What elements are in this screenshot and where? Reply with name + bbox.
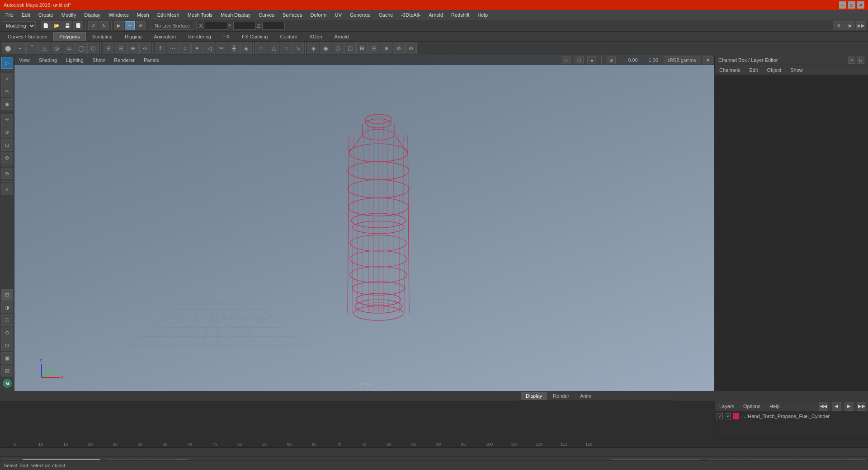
extrude-icon-btn[interactable]: ⇑ <box>155 42 166 54</box>
show-manipulator-btn[interactable]: ⊕ <box>1 168 13 179</box>
tab-rendering[interactable]: Rendering <box>182 32 217 41</box>
menu-curves[interactable]: Curves <box>255 11 278 19</box>
wedge-icon-btn[interactable]: ◁ <box>203 42 215 54</box>
menu-deform[interactable]: Deform <box>307 11 330 19</box>
show-menu[interactable]: Show <box>90 57 108 63</box>
menu-3dto-all[interactable]: -3DtoAll- <box>397 11 424 19</box>
sphere-icon-btn[interactable]: ⬤ <box>2 42 14 54</box>
layer-visibility[interactable]: V <box>717 413 723 419</box>
tab-curves-surfaces[interactable]: Curves / Surfaces <box>2 32 53 41</box>
layers-tab[interactable]: Layers <box>717 403 737 410</box>
help-tab[interactable]: Help <box>767 403 783 410</box>
tab-xgen[interactable]: XGen <box>303 32 328 41</box>
renderer-menu[interactable]: Renderer <box>111 57 137 63</box>
redo-button[interactable]: ↻ <box>99 21 109 30</box>
menu-redshift[interactable]: Redshift <box>448 11 473 19</box>
select-tool-left-btn[interactable]: ▷ <box>1 57 13 69</box>
menu-mesh[interactable]: Mesh <box>133 11 153 19</box>
channel-box-close-btn[interactable]: ✕ <box>848 56 855 64</box>
vp-select-btn[interactable]: ▷ <box>562 56 571 64</box>
menu-mesh-tools[interactable]: Mesh Tools <box>184 11 216 19</box>
render-button[interactable]: ▶ <box>845 21 855 30</box>
menu-generate[interactable]: Generate <box>346 11 374 19</box>
anim-tab[interactable]: Anim <box>575 392 596 400</box>
show-tab[interactable]: Show <box>788 66 806 74</box>
display-tab[interactable]: Display <box>521 392 547 400</box>
menu-windows[interactable]: Windows <box>105 11 132 19</box>
tab-fx-caching[interactable]: FX Caching <box>236 32 274 41</box>
menu-mesh-display[interactable]: Mesh Display <box>217 11 254 19</box>
multi-cut-icon-btn[interactable]: ✂ <box>216 42 227 54</box>
tab-sculpting[interactable]: Sculpting <box>86 32 118 41</box>
menu-edit-mesh[interactable]: Edit Mesh <box>154 11 183 19</box>
cone-icon-btn[interactable]: △ <box>38 42 50 54</box>
x-field[interactable] <box>205 22 227 30</box>
menu-display[interactable]: Display <box>80 11 104 19</box>
xray-icon-btn[interactable]: ◑ <box>1 301 13 313</box>
panels-menu[interactable]: Panels <box>141 57 162 63</box>
boolean-icon-btn[interactable]: ⊕ <box>127 42 139 54</box>
torus-icon-btn[interactable]: ◎ <box>51 42 62 54</box>
rotate-tool-left-btn[interactable]: ↺ <box>1 127 13 138</box>
edit-tab[interactable]: Edit <box>746 66 760 74</box>
render-tab[interactable]: Render <box>548 392 574 400</box>
select-constraint-6-btn[interactable]: ⊟ <box>368 42 380 54</box>
object-tab[interactable]: Object <box>764 66 784 74</box>
layer-prev2-btn[interactable]: ◀ <box>832 402 841 411</box>
smooth-icon-btn[interactable]: ≈ <box>255 42 267 54</box>
vp-grid-btn[interactable]: ⊞ <box>607 56 616 64</box>
minimize-button[interactable]: ─ <box>839 1 846 9</box>
reduce-icon-btn[interactable]: ↘ <box>292 42 304 54</box>
new-scene-button[interactable]: 📄 <box>41 21 51 30</box>
channels-tab[interactable]: Channels <box>717 66 743 74</box>
maya-logo-btn[interactable]: M <box>1 377 13 389</box>
select-constraint-5-btn[interactable]: ⊞ <box>356 42 368 54</box>
tab-fx[interactable]: FX <box>217 32 236 41</box>
lighting-menu[interactable]: Lighting <box>63 57 86 63</box>
gamma-dropdown-btn[interactable]: sRGB gamma <box>664 56 700 64</box>
open-scene-button[interactable]: 📂 <box>52 21 61 30</box>
safe-areas-btn[interactable]: ▣ <box>1 352 13 364</box>
wireframe-btn[interactable]: ⬡ <box>1 314 13 326</box>
triangulate-icon-btn[interactable]: △ <box>268 42 279 54</box>
undo-button[interactable]: ↺ <box>88 21 98 30</box>
lasso-select-btn[interactable]: ⌖ <box>1 73 13 85</box>
quick-layout-btn[interactable]: ⊞ <box>1 289 13 301</box>
tab-animation[interactable]: Animation <box>148 32 182 41</box>
viewport-panel[interactable]: View Shading Lighting Show Renderer Pane… <box>14 55 714 391</box>
paint-select-btn[interactable]: ✏ <box>1 85 13 97</box>
select-constraint-3-btn[interactable]: ⬡ <box>332 42 344 54</box>
layer-prev-btn[interactable]: ◀◀ <box>819 402 828 411</box>
field-chart-btn[interactable]: ▤ <box>1 365 13 376</box>
bridge-icon-btn[interactable]: ⋯ <box>167 42 179 54</box>
menu-help[interactable]: Help <box>474 11 491 19</box>
transform-tool-button[interactable]: ✛ <box>125 21 135 30</box>
plane-icon-btn[interactable]: ▭ <box>63 42 75 54</box>
menu-edit[interactable]: Edit <box>18 11 34 19</box>
vp-smooth-btn[interactable]: ● <box>587 56 596 64</box>
menu-arnold[interactable]: Arnold <box>425 11 447 19</box>
tab-polygons[interactable]: Polygons <box>53 32 85 41</box>
close-button[interactable]: ✕ <box>857 1 864 9</box>
tab-arnold[interactable]: Arnold <box>329 32 355 41</box>
sculpt-tool-btn[interactable]: ⌀ <box>1 183 13 195</box>
shading-menu[interactable]: Shading <box>36 57 60 63</box>
menu-cache[interactable]: Cache <box>375 11 397 19</box>
viewport-canvas[interactable]: .wire { stroke: #cc2244; stroke-width: 1… <box>14 65 714 391</box>
y-field[interactable] <box>233 22 256 30</box>
select-tool-button[interactable]: ▶ <box>114 21 124 30</box>
view-menu[interactable]: View <box>16 57 33 63</box>
tab-custom[interactable]: Custom <box>274 32 303 41</box>
move-tool-button[interactable]: ⊕ <box>136 21 146 30</box>
disk-icon-btn[interactable]: ◯ <box>75 42 87 54</box>
select-constraint-9-btn[interactable]: ⊘ <box>405 42 417 54</box>
combine-icon-btn[interactable]: ⊞ <box>103 42 114 54</box>
tab-rigging[interactable]: Rigging <box>119 32 147 41</box>
resolution-gate-btn[interactable]: ⊡ <box>1 339 13 351</box>
quadrangulate-icon-btn[interactable]: □ <box>280 42 292 54</box>
scale-tool-left-btn[interactable]: ⊡ <box>1 139 13 151</box>
separate-icon-btn[interactable]: ⊟ <box>115 42 127 54</box>
isolate-select-btn[interactable]: ⊙ <box>1 327 13 338</box>
z-field[interactable] <box>262 22 285 30</box>
cylinder-icon-btn[interactable]: ⌒ <box>26 42 38 54</box>
